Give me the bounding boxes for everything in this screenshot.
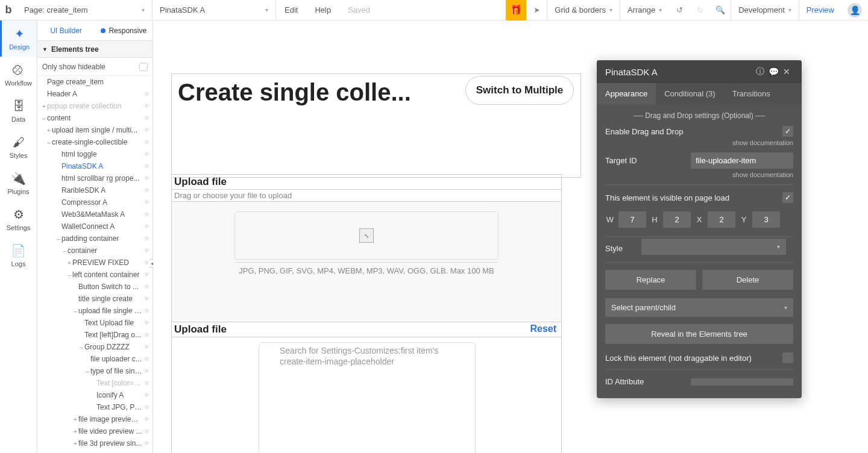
rail-styles[interactable]: 🖌Styles	[0, 129, 37, 165]
tree-item[interactable]: WalletConnect A👁	[37, 220, 153, 233]
page-selector[interactable]: Page: create_item ▾	[17, 0, 153, 20]
visibility-icon[interactable]: 👁	[143, 139, 150, 146]
height-input[interactable]: 2	[663, 211, 691, 228]
width-input[interactable]: 7	[618, 211, 646, 228]
tree-item[interactable]: +file image preview ...👁	[37, 413, 153, 425]
lock-checkbox[interactable]: ✓	[782, 352, 793, 363]
selected-element-handle[interactable]: ⤡	[359, 228, 374, 243]
expand-icon[interactable]: –	[61, 248, 68, 254]
expand-icon[interactable]: –	[84, 368, 90, 375]
visibility-icon[interactable]: 👁	[143, 367, 150, 375]
tab-ui-builder[interactable]: UI Builder	[37, 20, 95, 40]
tree-item[interactable]: +file 3d preview sin...👁	[37, 437, 153, 449]
visibility-icon[interactable]: 👁	[143, 319, 150, 326]
visibility-icon[interactable]: 👁	[143, 416, 150, 423]
comment-icon[interactable]: 💬	[767, 67, 780, 77]
expand-icon[interactable]: –	[78, 344, 84, 351]
tree-item[interactable]: –left content container👁	[37, 269, 153, 281]
visibility-icon[interactable]: 👁	[143, 392, 150, 399]
visibility-icon[interactable]: 👁	[143, 295, 150, 302]
tree-item[interactable]: Text [color=#...👁	[37, 377, 153, 389]
help-menu[interactable]: Help	[306, 0, 339, 20]
tree-item[interactable]: –type of file single👁	[37, 365, 153, 377]
tree-item[interactable]: Text [left]Drag o...👁	[37, 329, 153, 341]
tree-item[interactable]: html scrollbar rg prope...👁	[37, 172, 153, 184]
visibility-icon[interactable]: 👁	[143, 163, 150, 170]
gift-icon[interactable]: 🎁	[506, 0, 526, 20]
tree-item[interactable]: Web3&MetaMask A👁	[37, 208, 153, 220]
rail-data[interactable]: 🗄Data	[0, 93, 37, 129]
environment-menu[interactable]: Development ▾	[731, 0, 799, 20]
uploader-inner[interactable]: ⤡	[234, 211, 498, 260]
visibility-icon[interactable]: 👁	[143, 211, 150, 218]
tree-item[interactable]: +popup create collection👁	[37, 100, 153, 112]
expand-icon[interactable]: –	[41, 115, 47, 122]
reveal-in-tree-button[interactable]: Reveal in the Elements tree	[605, 324, 793, 344]
expand-icon[interactable]: –	[46, 139, 52, 146]
edit-menu[interactable]: Edit	[276, 0, 306, 20]
visibility-icon[interactable]: 👁	[143, 102, 150, 110]
expand-icon[interactable]: –	[72, 308, 78, 314]
expand-icon[interactable]: +	[41, 103, 47, 110]
expand-icon[interactable]: –	[66, 272, 72, 278]
visibility-icon[interactable]: 👁	[143, 114, 150, 122]
elements-tree-header[interactable]: ▼ Elements tree	[37, 41, 153, 58]
expand-icon[interactable]: +	[72, 428, 78, 435]
expand-icon[interactable]: +	[46, 127, 52, 134]
checkbox-icon[interactable]	[139, 63, 148, 71]
tree-item[interactable]: file uploader c...👁	[37, 353, 153, 365]
visibility-icon[interactable]: 👁	[143, 127, 150, 134]
page-title[interactable]: Create single colle...	[172, 74, 449, 111]
visibility-icon[interactable]: 👁	[143, 355, 150, 363]
tree-item[interactable]: +PREVIEW FIXED👁	[37, 257, 153, 269]
upload-file-label-2[interactable]: Upload file	[172, 322, 525, 337]
element-selector[interactable]: PinataSDK A ▾	[153, 0, 276, 20]
visibility-icon[interactable]: 👁	[143, 343, 150, 351]
visibility-icon[interactable]: 👁	[143, 223, 150, 230]
tree-item[interactable]: RaribleSDK A👁	[37, 184, 153, 196]
visibility-icon[interactable]: 👁	[143, 247, 150, 254]
visibility-icon[interactable]: 👁	[143, 331, 150, 339]
visibility-icon[interactable]: 👁	[143, 440, 150, 447]
rail-design[interactable]: ✦Design	[0, 20, 37, 57]
visibility-icon[interactable]: 👁	[143, 428, 150, 435]
visibility-icon[interactable]: 👁	[143, 404, 150, 411]
undo-icon[interactable]: ↺	[669, 0, 690, 20]
tree-item[interactable]: Header A👁	[37, 88, 153, 100]
tree-item[interactable]: –content👁	[37, 112, 153, 124]
tree-item[interactable]: +file video preview ...👁	[37, 425, 153, 437]
y-input[interactable]: 3	[752, 211, 780, 228]
delete-button[interactable]: Delete	[702, 270, 793, 290]
inspector-header[interactable]: PinataSDK A ⓘ 💬 ✕	[597, 60, 802, 83]
expand-icon[interactable]: +	[72, 416, 78, 423]
reset-button[interactable]: Reset	[525, 322, 561, 337]
visibility-icon[interactable]: 👁	[143, 187, 150, 194]
switch-to-multiple-button[interactable]: Switch to Multiple	[465, 76, 574, 105]
visibility-icon[interactable]: 👁	[143, 151, 150, 158]
tree-item[interactable]: Button Switch to ...👁	[37, 281, 153, 293]
visibility-icon[interactable]: 👁	[143, 380, 150, 387]
image-preview-box[interactable]: Search for Settings-Customizes:first ite…	[171, 337, 562, 453]
tree-item[interactable]: –upload file single c...👁	[37, 305, 153, 317]
tree-item[interactable]: +upload item single / multi...👁	[37, 124, 153, 136]
tree-item[interactable]: Page create_item	[37, 76, 153, 88]
tab-transitions[interactable]: Transitions	[724, 83, 779, 104]
tree-item[interactable]: –padding container👁	[37, 233, 153, 245]
expand-icon[interactable]: +	[72, 440, 78, 447]
visibility-icon[interactable]: 👁	[143, 235, 150, 242]
visibility-icon[interactable]: 👁	[143, 283, 150, 290]
visibility-icon[interactable]: 👁	[143, 90, 150, 98]
arrange-menu[interactable]: Arrange ▾	[620, 0, 669, 20]
file-uploader[interactable]: ⤡ JPG, PNG, GIF, SVG, MP4, WEBM, MP3, WA…	[171, 202, 562, 322]
image-placeholder[interactable]: Search for Settings-Customizes:first ite…	[259, 342, 476, 453]
tree-item[interactable]: title single create👁	[37, 293, 153, 305]
target-id-input[interactable]: file-uploader-item	[691, 152, 793, 169]
tree-item[interactable]: –container👁	[37, 245, 153, 257]
rail-settings[interactable]: ⚙Settings	[0, 201, 37, 237]
id-attr-input[interactable]	[691, 378, 793, 386]
rail-workflow[interactable]: ⛒Workflow	[0, 57, 37, 93]
tree-item[interactable]: Iconify A👁	[37, 389, 153, 401]
tree-item[interactable]: html toggle👁	[37, 148, 153, 160]
expand-icon[interactable]: –	[55, 236, 61, 242]
rail-logs[interactable]: 📄Logs	[0, 237, 37, 273]
